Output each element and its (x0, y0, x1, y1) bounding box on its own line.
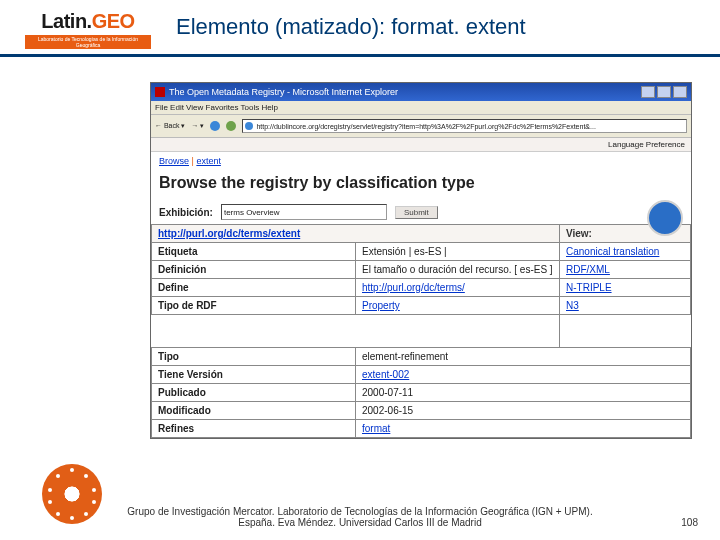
term-url-header: http://purl.org/dc/terms/extent (152, 225, 560, 243)
logo-subtitle: Laboratorio de Tecnologías de la Informa… (25, 35, 151, 49)
dcmi-globe-logo (647, 200, 683, 236)
close-icon[interactable] (673, 86, 687, 98)
logo-text: Latin.GEO (41, 10, 134, 33)
footer-line2: España. Eva Méndez. Universidad Carlos I… (0, 517, 720, 528)
maximize-icon[interactable] (657, 86, 671, 98)
window-title: The Open Metadata Registry - Microsoft I… (169, 87, 398, 97)
crumb-browse[interactable]: Browse (159, 156, 189, 166)
row-key: Etiqueta (152, 243, 356, 261)
row-val: Extensión | es-ES | (356, 243, 560, 261)
row-val: http://purl.org/dc/terms/ (356, 279, 560, 297)
language-preference-link[interactable]: Language Preference (151, 138, 691, 152)
stop-icon[interactable] (210, 121, 220, 131)
view-link[interactable]: RDF/XML (560, 261, 691, 279)
refresh-icon[interactable] (226, 121, 236, 131)
row-val: element-refinement (356, 348, 691, 366)
row-key: Modificado (152, 402, 356, 420)
row-key: Tiene Versión (152, 366, 356, 384)
ie-menubar[interactable]: File Edit View Favorites Tools Help (151, 101, 691, 115)
view-link[interactable]: N-TRIPLE (560, 279, 691, 297)
row-key: Publicado (152, 384, 356, 402)
exhibition-select[interactable]: terms Overview (221, 204, 387, 220)
row-val: 2000-07-11 (356, 384, 691, 402)
row-key: Tipo de RDF (152, 297, 356, 315)
latingeo-logo: Latin.GEO Laboratorio de Tecnologías de … (18, 5, 158, 53)
slide-number: 108 (681, 517, 698, 528)
slide-header: Latin.GEO Laboratorio de Tecnologías de … (0, 0, 720, 57)
window-controls (641, 86, 687, 98)
exhibition-label: Exhibición: (159, 207, 213, 218)
ie-titlebar: The Open Metadata Registry - Microsoft I… (151, 83, 691, 101)
breadcrumb: Browse | extent (151, 152, 691, 170)
logo-word-geo: GEO (92, 10, 135, 32)
crumb-extent[interactable]: extent (196, 156, 221, 166)
row-val: 2002-06-15 (356, 402, 691, 420)
page-heading: Browse the registry by classification ty… (151, 170, 691, 202)
term-table: http://purl.org/dc/terms/extent View: Et… (151, 224, 691, 438)
row-val: Property (356, 297, 560, 315)
row-val: format (356, 420, 691, 438)
slide-footer: Grupo de Investigación Mercator. Laborat… (0, 506, 720, 528)
row-val: extent-002 (356, 366, 691, 384)
row-val: El tamaño o duración del recurso. [ es-E… (356, 261, 560, 279)
browser-screenshot: The Open Metadata Registry - Microsoft I… (150, 82, 692, 439)
row-key: Refines (152, 420, 356, 438)
forward-button[interactable]: → ▾ (191, 122, 204, 130)
row-key: Tipo (152, 348, 356, 366)
ie-icon (155, 87, 165, 97)
row-key: Define (152, 279, 356, 297)
address-bar[interactable]: http://dublincore.org/dcregistry/servlet… (242, 119, 687, 133)
slide: Latin.GEO Laboratorio de Tecnologías de … (0, 0, 720, 540)
view-link[interactable]: N3 (560, 297, 691, 315)
logo-word-latin: Latin. (41, 10, 91, 32)
footer-line1: Grupo de Investigación Mercator. Laborat… (0, 506, 720, 517)
address-url: http://dublincore.org/dcregistry/servlet… (256, 123, 595, 130)
exhibition-row: Exhibición: terms Overview Submit (151, 202, 691, 224)
exhibition-submit[interactable]: Submit (395, 206, 438, 219)
view-link[interactable]: Canonical translation (560, 243, 691, 261)
row-key: Definición (152, 261, 356, 279)
page-icon (245, 122, 253, 130)
ie-toolbar: ← Back ▾ → ▾ http://dublincore.org/dcreg… (151, 115, 691, 138)
back-button[interactable]: ← Back ▾ (155, 122, 185, 130)
slide-title: Elemento (matizado): format. extent (168, 14, 526, 40)
page-content: Language Preference Browse | extent Brow… (151, 138, 691, 438)
minimize-icon[interactable] (641, 86, 655, 98)
